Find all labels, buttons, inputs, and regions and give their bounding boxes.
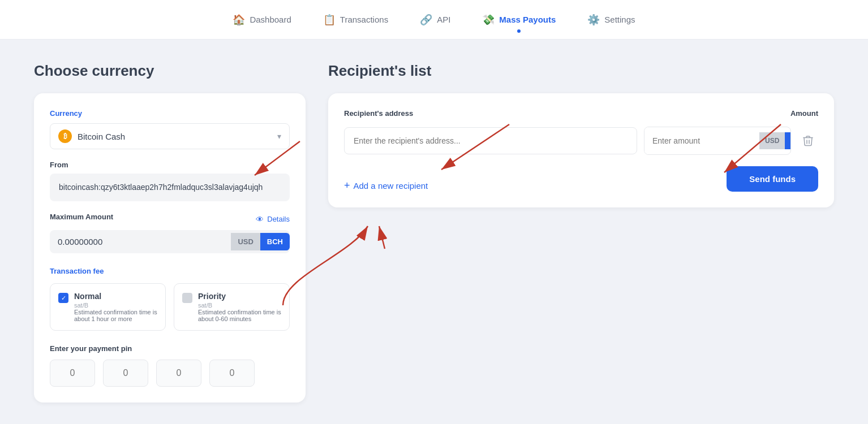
fee-normal-desc: Estimated confirmation time is about 1 h… — [74, 309, 157, 322]
bch-icon: ₿ — [58, 129, 72, 143]
fee-priority[interactable]: Priority sat/B Estimated confirmation ti… — [174, 283, 290, 331]
fee-normal-title: Normal — [74, 292, 157, 301]
api-icon: 🔗 — [420, 14, 432, 26]
amount-input-group: USD BCH — [644, 127, 791, 155]
fee-priority-unit: sat/B — [198, 302, 281, 309]
priority-checkbox[interactable] — [182, 293, 192, 303]
currency-select[interactable]: ₿ Bitcoin Cash ▾ — [50, 123, 290, 149]
currency-name: Bitcoin Cash — [78, 132, 125, 141]
nav-label-mass-payouts: Mass Payouts — [499, 15, 556, 24]
fee-priority-desc: Estimated confirmation time is about 0-6… — [198, 309, 281, 322]
fee-normal-content: Normal sat/B Estimated confirmation time… — [74, 292, 157, 322]
details-link[interactable]: 👁 Details — [256, 215, 290, 224]
bch-toggle[interactable]: BCH — [260, 233, 290, 250]
fee-priority-content: Priority sat/B Estimated confirmation ti… — [198, 292, 281, 322]
pin-inputs — [50, 360, 290, 387]
usd-badge[interactable]: USD — [759, 132, 785, 149]
home-icon: 🏠 — [233, 14, 245, 26]
nav-label-transactions: Transactions — [340, 15, 388, 24]
pin-input-1[interactable] — [50, 360, 95, 387]
address-column-label: Recipient's address — [344, 109, 413, 118]
pin-input-3[interactable] — [156, 360, 201, 387]
pin-input-4[interactable] — [209, 360, 255, 387]
max-amount-label: Maximum Amount — [50, 213, 113, 221]
nav-label-settings: Settings — [604, 15, 635, 24]
recipient-footer: + Add a new recipient Send funds — [344, 166, 818, 192]
fee-normal-unit: sat/B — [74, 302, 157, 309]
settings-icon: ⚙️ — [587, 14, 600, 26]
max-amount-value: 0.00000000 — [50, 230, 231, 253]
recipient-header: Recipient's address Amount — [344, 109, 818, 118]
normal-checkbox[interactable]: ✓ — [58, 293, 68, 303]
add-recipient-label: Add a new recipient — [354, 181, 428, 191]
tx-fee-label: Transaction fee — [50, 267, 290, 275]
chevron-down-icon: ▾ — [277, 132, 281, 141]
amount-input[interactable] — [644, 127, 759, 154]
main-content: Choose currency Currency ₿ Bitcoin Cash … — [0, 40, 868, 424]
left-panel: Choose currency Currency ₿ Bitcoin Cash … — [34, 62, 306, 403]
details-label: Details — [267, 215, 290, 223]
currency-toggle: USD BCH — [231, 233, 290, 250]
eye-icon: 👁 — [256, 215, 264, 224]
fee-priority-title: Priority — [198, 292, 281, 301]
recipient-card: Recipient's address Amount USD BCH — [328, 93, 834, 207]
check-icon: ✓ — [61, 295, 66, 302]
right-panel: Recipient's list Recipient's address Amo… — [328, 62, 834, 403]
nav-item-dashboard[interactable]: 🏠 Dashboard — [230, 9, 293, 31]
max-amount-row: Maximum Amount 👁 Details — [50, 213, 290, 226]
usd-toggle[interactable]: USD — [231, 233, 260, 250]
currency-field-label: Currency — [50, 109, 290, 118]
pin-input-2[interactable] — [103, 360, 148, 387]
recipient-row-1: USD BCH — [344, 127, 818, 155]
amount-column-label: Amount — [790, 109, 818, 118]
fee-options: ✓ Normal sat/B Estimated confirmation ti… — [50, 283, 290, 331]
delete-recipient-button[interactable] — [798, 131, 818, 151]
currency-card: Currency ₿ Bitcoin Cash ▾ From bitcoinca… — [34, 93, 306, 403]
max-amount-display: 0.00000000 USD BCH — [50, 230, 290, 253]
plus-icon: + — [344, 180, 350, 192]
recipient-address-input[interactable] — [344, 127, 637, 154]
transactions-icon: 📋 — [323, 14, 336, 26]
fee-normal[interactable]: ✓ Normal sat/B Estimated confirmation ti… — [50, 283, 166, 331]
from-label: From — [50, 161, 290, 169]
nav-label-api: API — [437, 15, 450, 24]
mass-payouts-icon: 💸 — [482, 14, 495, 26]
nav-item-settings[interactable]: ⚙️ Settings — [585, 9, 637, 31]
add-recipient-button[interactable]: + Add a new recipient — [344, 180, 428, 192]
from-address: bitcoincash:qzy6t3ktlaaep2h7h2fmladquc3s… — [50, 174, 290, 201]
send-funds-button[interactable]: Send funds — [727, 166, 818, 192]
nav-item-transactions[interactable]: 📋 Transactions — [321, 9, 390, 31]
nav-label-dashboard: Dashboard — [250, 15, 291, 24]
nav-item-mass-payouts[interactable]: 💸 Mass Payouts — [480, 9, 558, 31]
currency-select-left: ₿ Bitcoin Cash — [58, 129, 125, 143]
navigation: 🏠 Dashboard 📋 Transactions 🔗 API 💸 Mass … — [0, 0, 868, 40]
bch-badge[interactable]: BCH — [785, 132, 791, 149]
choose-currency-title: Choose currency — [34, 62, 306, 80]
recipients-list-title: Recipient's list — [328, 62, 834, 80]
nav-item-api[interactable]: 🔗 API — [418, 9, 453, 31]
pin-label: Enter your payment pin — [50, 344, 290, 353]
